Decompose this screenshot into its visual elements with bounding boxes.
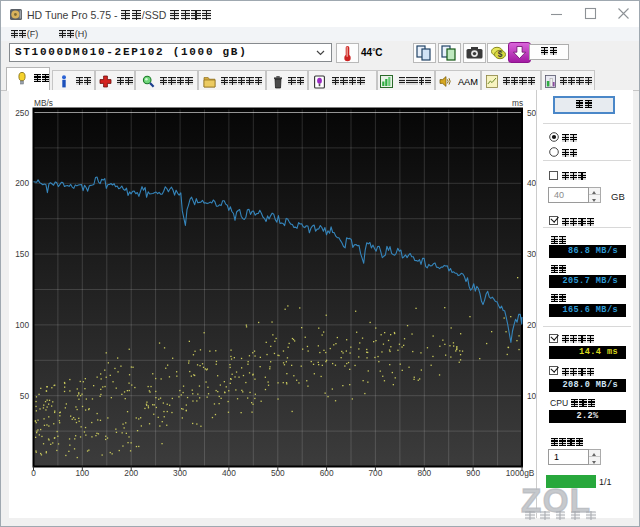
svg-text:100: 100 bbox=[15, 320, 29, 330]
svg-text:600: 600 bbox=[320, 468, 334, 478]
svg-text:1000gB: 1000gB bbox=[506, 468, 535, 478]
svg-text:200: 200 bbox=[124, 468, 138, 478]
svg-text:400: 400 bbox=[222, 468, 236, 478]
svg-text:150: 150 bbox=[15, 249, 29, 259]
svg-text:700: 700 bbox=[368, 468, 382, 478]
svg-text:ms: ms bbox=[512, 98, 523, 108]
svg-text:50: 50 bbox=[20, 391, 30, 401]
svg-text:500: 500 bbox=[271, 468, 285, 478]
svg-text:$: $ bbox=[498, 49, 503, 59]
svg-text:800: 800 bbox=[417, 468, 431, 478]
svg-text:300: 300 bbox=[173, 468, 187, 478]
svg-text:0: 0 bbox=[31, 468, 36, 478]
svg-text:250: 250 bbox=[15, 108, 29, 118]
svg-text:900: 900 bbox=[466, 468, 480, 478]
svg-text:100: 100 bbox=[75, 468, 89, 478]
svg-text:200: 200 bbox=[15, 178, 29, 188]
svg-text:MB/s: MB/s bbox=[34, 98, 53, 108]
